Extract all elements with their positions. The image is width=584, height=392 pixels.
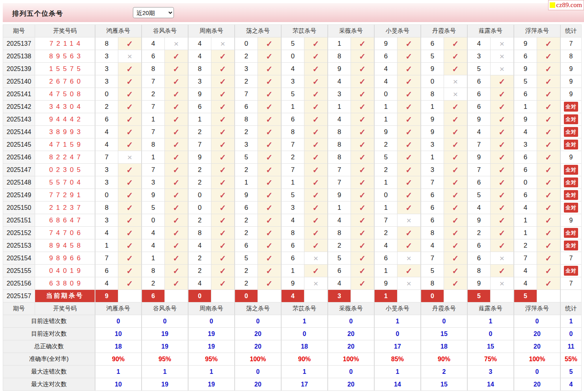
check-icon: ✓: [211, 88, 235, 101]
check-icon: ✓: [165, 151, 188, 164]
kill-number: 8: [188, 63, 211, 75]
check-icon: ✓: [351, 75, 374, 88]
empty-mark-cell: [211, 290, 235, 302]
empty-mark-cell: [491, 290, 514, 302]
kill-number: 4: [188, 37, 211, 50]
kill-number: 4: [514, 202, 537, 214]
kill-number: 0: [421, 75, 444, 88]
summary-value: 1: [374, 366, 421, 378]
kill-number: 7: [281, 164, 304, 176]
all-correct-badge: 全对: [564, 241, 578, 250]
check-icon: ✓: [491, 227, 514, 239]
summary-stat-value: 5: [560, 366, 582, 378]
check-icon: ✓: [304, 75, 328, 88]
check-icon: ✓: [537, 202, 560, 214]
stat-cell: 7: [560, 252, 582, 265]
page-header-band: 排列五个位杀号 近20期: [3, 3, 584, 22]
range-select[interactable]: 近20期: [133, 7, 174, 18]
kill-number: 1: [281, 265, 304, 277]
kill-number: 9: [421, 63, 444, 75]
summary-value: 20: [514, 340, 560, 353]
kill-number: 9: [514, 113, 537, 126]
kill-number: 4: [421, 239, 444, 252]
check-icon: ✓: [397, 113, 421, 126]
kill-number: 8: [421, 88, 444, 101]
check-icon: ✓: [118, 202, 142, 214]
kill-number: 3: [421, 138, 444, 151]
summary-value: 19: [188, 328, 235, 340]
summary-value: 0: [95, 315, 142, 328]
kill-number: 7: [142, 126, 165, 138]
kill-number: 6: [514, 189, 537, 202]
kill-number: 6: [235, 202, 258, 214]
check-icon: ✓: [397, 227, 421, 239]
kill-number: 8: [95, 37, 118, 50]
kill-number: 6: [421, 37, 444, 50]
summary-value: 19: [142, 328, 188, 340]
check-icon: ✓: [211, 138, 235, 151]
stat-cell: 9: [560, 151, 582, 164]
kill-number: 7: [142, 164, 165, 176]
summary-stat-value: 55%: [560, 353, 582, 366]
summary-value: 95%: [188, 353, 235, 366]
check-icon: ✓: [211, 176, 235, 189]
col-header-stat: 统计: [560, 25, 582, 37]
cross-icon: ×: [491, 277, 514, 290]
check-icon: ✓: [537, 88, 560, 101]
all-correct-badge: 全对: [564, 190, 578, 200]
winning-number: 89458: [35, 239, 95, 252]
summary-value: 20: [235, 340, 281, 353]
kill-number: 2: [95, 101, 118, 113]
check-icon: ✓: [491, 189, 514, 202]
check-icon: ✓: [211, 151, 235, 164]
check-icon: ✓: [444, 151, 467, 164]
check-icon: ✓: [444, 239, 467, 252]
all-correct-badge: 全对: [564, 203, 578, 213]
period-cell: 2025138: [3, 50, 35, 63]
check-icon: ✓: [165, 126, 188, 138]
check-icon: ✓: [444, 176, 467, 189]
check-icon: ✓: [397, 50, 421, 63]
cross-icon: ×: [304, 277, 328, 290]
summary-value: 1: [142, 366, 188, 378]
summary-value: 20: [328, 340, 374, 353]
check-icon: ✓: [165, 63, 188, 75]
check-icon: ✓: [304, 176, 328, 189]
summary-value: 100%: [328, 353, 374, 366]
period-cell: 2025155: [3, 265, 35, 277]
kill-number: 4: [95, 277, 118, 290]
check-icon: ✓: [258, 113, 281, 126]
summary-value: 14: [374, 378, 421, 391]
kill-number: 9: [514, 63, 537, 75]
check-icon: ✓: [537, 189, 560, 202]
check-icon: ✓: [351, 202, 374, 214]
stat-cell: 7: [560, 37, 582, 50]
check-icon: ✓: [491, 138, 514, 151]
stat-cell: 全对: [560, 189, 582, 202]
check-icon: ✓: [118, 75, 142, 88]
stat-cell: 全对: [560, 138, 582, 151]
period-cell: 2025150: [3, 202, 35, 214]
check-icon: ✓: [537, 277, 560, 290]
check-icon: ✓: [118, 88, 142, 101]
check-icon: ✓: [258, 126, 281, 138]
summary-value: 20: [514, 378, 560, 391]
kill-number: 0: [374, 189, 397, 202]
site-logo[interactable]: cz89.com: [548, 0, 584, 10]
summary-value: 19: [188, 340, 235, 353]
period-cell: 2025139: [3, 63, 35, 75]
check-icon: ✓: [118, 63, 142, 75]
check-icon: ✓: [118, 189, 142, 202]
col-header-period: 期号: [3, 25, 35, 37]
kill-number: 9: [235, 189, 258, 202]
kill-number: 3: [281, 75, 304, 88]
cross-icon: ×: [444, 88, 467, 101]
cross-icon: ×: [491, 63, 514, 75]
kill-number: 2: [188, 176, 211, 189]
stat-cell: 全对: [560, 265, 582, 277]
check-icon: ✓: [351, 277, 374, 290]
cross-icon: ×: [397, 277, 421, 290]
kill-number: 1: [514, 227, 537, 239]
summary-value: 0: [328, 315, 374, 328]
kill-number: 3: [514, 138, 537, 151]
